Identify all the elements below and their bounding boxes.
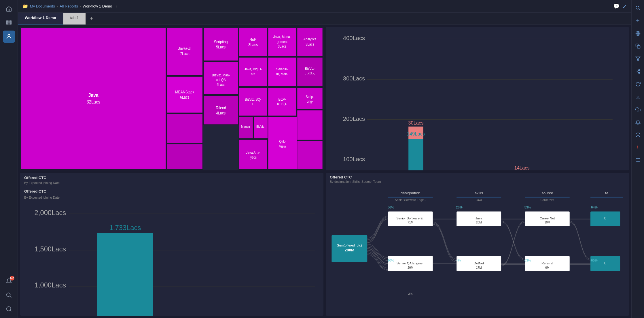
svg-text:Java+UI: Java+UI: [178, 46, 191, 51]
svg-text:Java Ana-: Java Ana-: [246, 150, 260, 155]
tab-add-button[interactable]: +: [86, 13, 97, 25]
svg-text:, SQL-,: , SQL-,: [305, 71, 315, 76]
svg-rect-64: [167, 144, 203, 170]
sidebar-left: 146: [0, 0, 18, 318]
svg-text:Analytics: Analytics: [304, 37, 317, 41]
svg-text:m, Man-: m, Man-: [276, 72, 288, 76]
svg-text:Senior QA Engine..: Senior QA Engine..: [397, 261, 425, 265]
svg-text:source: source: [541, 191, 553, 195]
topbar-chat-icon[interactable]: 💬: [613, 3, 620, 10]
sidebar-item-search2[interactable]: [3, 303, 15, 315]
svg-text:28%: 28%: [456, 206, 463, 209]
svg-text:10%: 10%: [388, 259, 394, 262]
svg-text:Java: Java: [476, 198, 482, 202]
svg-text:B: B: [604, 217, 607, 220]
right-icon-download1[interactable]: [633, 92, 643, 102]
sidebar-item-search1[interactable]: [3, 289, 15, 301]
notification-badge: 146: [10, 276, 14, 281]
svg-text:17M: 17M: [476, 266, 482, 269]
right-icon-warning[interactable]: !: [633, 142, 643, 153]
svg-text:20M: 20M: [476, 221, 482, 224]
svg-text:ata: ata: [251, 72, 255, 76]
svg-text:1,500Lacs: 1,500Lacs: [35, 245, 66, 253]
sidebar-item-users[interactable]: [3, 31, 15, 43]
right-sidebar: +: [631, 0, 644, 318]
sidebar-item-database[interactable]: [3, 17, 15, 29]
svg-text:3Lacs: 3Lacs: [278, 44, 287, 49]
right-icon-download2[interactable]: [633, 104, 643, 115]
svg-text:Java: Java: [476, 217, 483, 220]
right-icon-globe[interactable]: [633, 28, 643, 39]
tab-workflow-demo[interactable]: Workflow 1 Demo: [18, 13, 63, 25]
svg-text:Sum(offered_ctc): Sum(offered_ctc): [337, 244, 362, 247]
svg-text:65%: 65%: [591, 259, 598, 262]
svg-rect-12: [167, 76, 203, 113]
svg-rect-82: [408, 139, 423, 170]
right-icon-copy[interactable]: [633, 41, 643, 51]
svg-text:BizViz, Man-: BizViz, Man-: [212, 73, 230, 77]
svg-text:3%: 3%: [408, 292, 413, 295]
breadcrumb-more-icon[interactable]: ⋮: [115, 4, 119, 8]
right-icon-bell[interactable]: [633, 117, 643, 127]
sidebar-item-home[interactable]: [3, 3, 15, 15]
svg-text:BizViz-: BizViz-: [305, 66, 315, 71]
svg-text:200Lacs: 200Lacs: [343, 116, 365, 122]
svg-text:Scrip-: Scrip-: [306, 95, 314, 99]
svg-text:10M: 10M: [544, 221, 550, 224]
breadcrumb-current: Workflow 1 Demo: [83, 4, 112, 8]
dashboard: Java 32Lacs Java+UI 7Lacs MEANStack 6Lac…: [18, 25, 631, 318]
svg-point-1: [8, 34, 10, 36]
svg-text:6M: 6M: [545, 266, 549, 269]
svg-text:B: B: [604, 261, 607, 265]
svg-rect-65: [297, 110, 323, 140]
sidebar-item-alerts[interactable]: 146: [3, 275, 15, 287]
svg-text:3Lacs: 3Lacs: [248, 42, 258, 47]
svg-text:1,000Lacs: 1,000Lacs: [35, 281, 66, 289]
svg-text:Scripting: Scripting: [214, 39, 228, 44]
svg-text:4%: 4%: [456, 259, 461, 262]
svg-text:View: View: [279, 144, 286, 148]
offered-ctc-title-inline: Offered CTC: [20, 187, 323, 196]
right-icon-refresh[interactable]: [633, 79, 643, 89]
svg-text:149Lacs: 149Lacs: [407, 131, 425, 137]
svg-text:400Lacs: 400Lacs: [343, 35, 365, 41]
breadcrumb-all-reports[interactable]: All Reports: [60, 4, 78, 8]
main-content: 📁 My Documents › All Reports › Workflow …: [18, 0, 631, 318]
svg-point-0: [6, 20, 11, 22]
right-icon-filter[interactable]: [633, 54, 643, 64]
right-icon-share[interactable]: [633, 66, 643, 77]
svg-text:2,000Lacs: 2,000Lacs: [35, 209, 66, 217]
tab-1[interactable]: tab-1: [63, 13, 86, 25]
panel-sankey: Offered CTC By designation, Skills, Sour…: [326, 173, 629, 316]
right-icon-comment[interactable]: [633, 155, 643, 165]
right-icon-plus[interactable]: +: [633, 16, 643, 26]
right-icon-search[interactable]: [633, 3, 643, 13]
topbar-expand-icon[interactable]: ⤢: [622, 3, 627, 10]
breadcrumb-sep2: ›: [80, 4, 81, 8]
svg-text:gement: gement: [277, 39, 288, 44]
svg-text:RoR: RoR: [249, 37, 257, 42]
svg-text:Java: Java: [88, 92, 99, 98]
svg-point-2: [6, 293, 10, 297]
svg-text:36%: 36%: [388, 206, 394, 209]
offered-ctc-sub-inline: By Expected joining Date: [20, 196, 323, 201]
svg-text:Talend: Talend: [216, 106, 226, 110]
svg-text:CareerNet: CareerNet: [540, 198, 554, 202]
sankey-svg: designation Senior Software Engin.. skil…: [329, 186, 626, 315]
svg-text:iz, SQ-: iz, SQ-: [277, 102, 287, 106]
svg-text:30Lacs: 30Lacs: [408, 120, 423, 126]
svg-point-175: [636, 71, 637, 72]
svg-text:100Lacs: 100Lacs: [343, 156, 365, 162]
right-icon-face[interactable]: [633, 130, 643, 140]
svg-text:ting-: ting-: [307, 99, 313, 104]
breadcrumb: 📁 My Documents › All Reports › Workflow …: [22, 3, 119, 9]
svg-text:32Lacs: 32Lacs: [87, 99, 100, 104]
svg-text:Senior Software E..: Senior Software E..: [396, 217, 425, 220]
svg-text:te: te: [605, 191, 608, 195]
svg-text:CareerNet: CareerNet: [540, 217, 555, 220]
svg-text:designation: designation: [401, 191, 421, 195]
svg-text:Referral: Referral: [541, 261, 553, 265]
breadcrumb-my-documents[interactable]: My Documents: [30, 4, 55, 8]
svg-text:Seleniu-: Seleniu-: [276, 67, 288, 71]
svg-text:300Lacs: 300Lacs: [343, 75, 365, 82]
